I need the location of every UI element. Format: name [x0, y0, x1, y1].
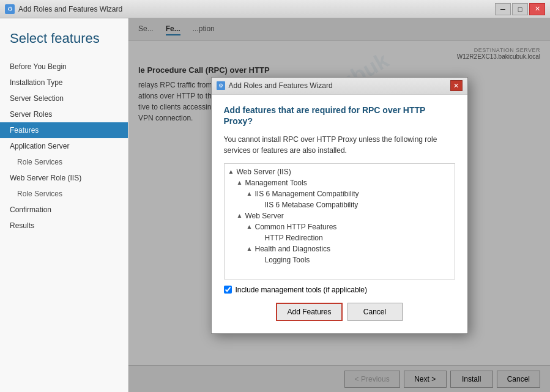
sidebar-item-web-server-role[interactable]: Web Server Role (IIS) — [0, 170, 128, 186]
modal-title-text: Add Roles and Features Wizard — [229, 81, 333, 90]
app-icon: ⚙ — [5, 4, 15, 14]
tree-item-iis6-metabase: IIS 6 Metabase Compatibility — [225, 199, 455, 210]
tree-item-http-redirection: HTTP Redirection — [225, 232, 455, 243]
modal-checkbox-row: Include management tools (if applicable) — [224, 286, 455, 294]
add-features-button[interactable]: Add Features — [276, 303, 342, 321]
maximize-button[interactable]: □ — [512, 3, 528, 15]
expand-icon-3: ▲ — [247, 190, 253, 197]
expand-icon-5: ▲ — [237, 212, 243, 219]
expand-icon-9 — [256, 256, 262, 263]
expand-icon-6: ▲ — [247, 223, 253, 230]
sidebar-item-confirmation[interactable]: Confirmation — [0, 202, 128, 218]
sidebar-title: Select features — [10, 31, 118, 46]
modal-close-button[interactable]: ✕ — [450, 80, 463, 91]
modal-icon: ⚙ — [217, 81, 225, 90]
content-area: Se... Fe... ...ption DESTINATION SERVER … — [128, 18, 550, 392]
sidebar-item-server-selection[interactable]: Server Selection — [0, 91, 128, 106]
title-bar: ⚙ Add Roles and Features Wizard ─ □ ✕ — [0, 0, 550, 18]
expand-icon-7 — [256, 234, 262, 241]
expand-icon-4 — [256, 201, 262, 208]
sidebar-item-before-you-begin[interactable]: Before You Begin — [0, 59, 128, 75]
modal-title-left: ⚙ Add Roles and Features Wizard — [217, 81, 333, 90]
sidebar-header: Select features — [0, 18, 128, 53]
sidebar-item-application-server[interactable]: Application Server — [0, 138, 128, 154]
close-button[interactable]: ✕ — [529, 3, 545, 15]
sidebar: Select features Before You Begin Install… — [0, 18, 128, 392]
title-bar-left: ⚙ Add Roles and Features Wizard — [5, 4, 122, 14]
expand-icon-8: ▲ — [247, 245, 253, 252]
modal-body: Add features that are required for RPC o… — [212, 95, 467, 331]
sidebar-item-features[interactable]: Features — [0, 122, 128, 138]
tree-item-logging-tools: Logging Tools — [225, 254, 455, 265]
sidebar-item-role-services-2[interactable]: Role Services — [0, 186, 128, 202]
tree-item-health-diagnostics: ▲ Health and Diagnostics — [225, 243, 455, 254]
sidebar-item-results[interactable]: Results — [0, 218, 128, 234]
expand-icon-1: ▲ — [228, 168, 234, 175]
window-title: Add Roles and Features Wizard — [18, 5, 122, 13]
modal-question: Add features that are required for RPC o… — [224, 105, 455, 127]
sidebar-item-server-roles[interactable]: Server Roles — [0, 106, 128, 122]
include-management-tools-label: Include management tools (if applicable) — [236, 286, 367, 294]
sidebar-item-installation-type[interactable]: Installation Type — [0, 75, 128, 91]
window-controls: ─ □ ✕ — [495, 3, 545, 15]
minimize-button[interactable]: ─ — [495, 3, 511, 15]
tree-item-common-http: ▲ Common HTTP Features — [225, 221, 455, 232]
tree-item-web-server: ▲ Web Server — [225, 210, 455, 221]
modal-dialog: ⚙ Add Roles and Features Wizard ✕ Add fe… — [211, 77, 468, 334]
modal-title-bar: ⚙ Add Roles and Features Wizard ✕ — [212, 78, 467, 95]
sidebar-nav: Before You Begin Installation Type Serve… — [0, 59, 128, 234]
tree-item-web-server-iis: ▲ Web Server (IIS) — [225, 166, 455, 177]
modal-cancel-button[interactable]: Cancel — [347, 303, 403, 321]
main-content: Select features Before You Begin Install… — [0, 18, 550, 392]
tree-item-iis6-compat: ▲ IIS 6 Management Compatibility — [225, 188, 455, 199]
expand-icon-2: ▲ — [237, 179, 243, 186]
modal-tree[interactable]: ▲ Web Server (IIS) ▲ Management Tools ▲ … — [224, 163, 455, 279]
modal-overlay: ⚙ Add Roles and Features Wizard ✕ Add fe… — [128, 18, 550, 392]
include-management-tools-checkbox[interactable] — [224, 286, 232, 294]
modal-buttons: Add Features Cancel — [224, 303, 455, 321]
modal-description: You cannot install RPC over HTTP Proxy u… — [224, 134, 455, 156]
sidebar-item-role-services-1[interactable]: Role Services — [0, 154, 128, 170]
tree-item-management-tools: ▲ Management Tools — [225, 177, 455, 188]
